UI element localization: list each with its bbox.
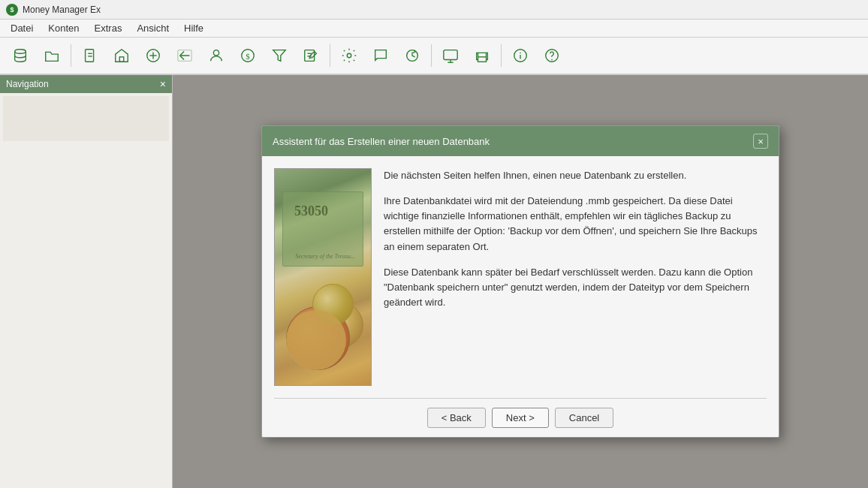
edit-button[interactable] [297,41,325,70]
new-button[interactable] [76,41,104,70]
refresh-button[interactable] [398,41,426,70]
dialog-body: 53050 Secretary of the Treasu... Die näc… [262,156,779,398]
nav-header: Navigation × [0,75,172,93]
menu-ansicht[interactable]: Ansicht [129,21,176,35]
menu-extras[interactable]: Extras [87,21,130,35]
back-button[interactable]: < Back [427,408,486,428]
dialog-paragraph2: Ihre Datenbankdatei wird mit der Dateien… [384,194,767,255]
dialog-paragraph1: Die nächsten Seiten helfen Ihnen, einen … [384,168,767,183]
title-bar: $ Money Manager Ex [0,0,868,20]
home-button[interactable] [107,41,136,70]
svg-rect-1 [86,50,94,62]
settings-button[interactable] [335,41,363,70]
menu-datei[interactable]: Datei [3,21,41,35]
info-button[interactable] [506,41,535,70]
next-button[interactable]: Next > [492,408,549,428]
svg-point-26 [552,59,553,60]
svg-rect-4 [119,57,124,62]
print-button[interactable] [468,41,496,70]
separator-3 [431,44,432,67]
svg-point-24 [520,53,521,53]
dialog-paragraph3: Diese Datenbank kann später bei Bedarf v… [384,265,767,310]
message-button[interactable] [366,41,395,70]
svg-point-0 [15,50,26,54]
toolbar: $ [0,38,868,75]
help-button[interactable] [538,41,566,70]
svg-rect-13 [305,50,315,62]
separator-2 [330,44,330,67]
content-area: Assistent für das Erstellen einer neuen … [173,75,868,488]
account-button[interactable] [202,41,231,70]
separator-4 [501,44,502,67]
dialog-text: Die nächsten Seiten helfen Ihnen, einen … [384,168,767,386]
cancel-button[interactable]: Cancel [555,408,613,428]
nav-close-button[interactable]: × [160,78,166,90]
svg-marker-12 [273,50,286,62]
dialog-image: 53050 Secretary of the Treasu... [274,168,372,386]
database-button[interactable] [6,41,35,70]
separator-1 [71,44,71,67]
svg-point-16 [347,53,351,58]
currency-button[interactable]: $ [234,41,262,70]
dialog-close-button[interactable]: × [753,134,768,149]
app-title: Money Manager Ex [23,5,101,15]
nav-content [3,96,169,141]
back-button[interactable] [170,41,199,70]
app-icon: $ [6,4,18,16]
modal-overlay: Assistent für das Erstellen einer neuen … [173,75,868,488]
filter-button[interactable] [265,41,294,70]
svg-point-9 [213,50,219,56]
menu-hilfe[interactable]: Hilfe [176,21,211,35]
main-area: Navigation × Assistent für das Erstellen… [0,75,868,488]
dialog: Assistent für das Erstellen einer neuen … [261,125,779,438]
open-button[interactable] [38,41,66,70]
navigation-panel: Navigation × [0,75,173,488]
dialog-titlebar: Assistent für das Erstellen einer neuen … [262,126,779,156]
monitor-button[interactable] [436,41,465,70]
svg-text:$: $ [246,52,250,61]
nav-title: Navigation [6,79,49,89]
dialog-footer: < Back Next > Cancel [262,399,779,437]
menu-bar: Datei Konten Extras Ansicht Hilfe [0,20,868,38]
dialog-title: Assistent für das Erstellen einer neuen … [273,136,490,147]
add-button[interactable] [139,41,167,70]
svg-rect-21 [478,57,487,62]
svg-rect-18 [444,50,457,60]
menu-konten[interactable]: Konten [41,21,86,35]
